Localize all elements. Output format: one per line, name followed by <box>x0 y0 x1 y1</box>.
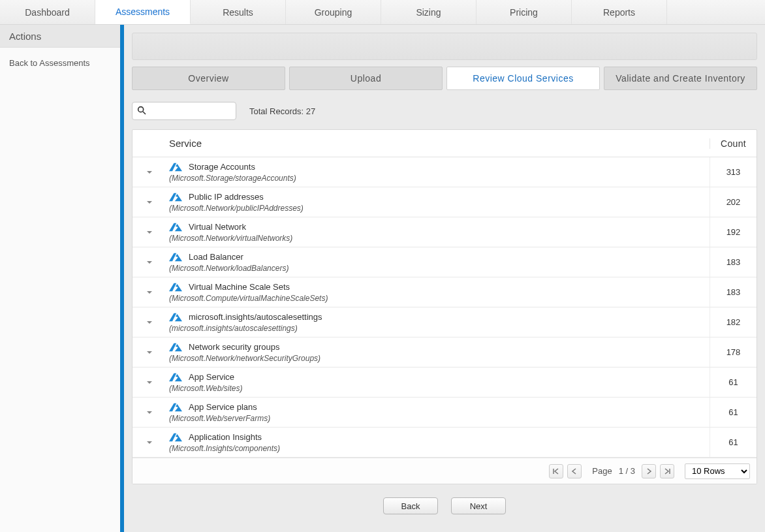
service-cell: microsoft.insights/autoscalesettings(mic… <box>166 307 710 337</box>
subtab-review-cloud-services[interactable]: Review Cloud Services <box>446 67 600 90</box>
service-cell: Storage Accounts(Microsoft.Storage/stora… <box>166 157 710 187</box>
table-row: Virtual Network(Microsoft.Network/virtua… <box>133 217 757 247</box>
tab-grouping[interactable]: Grouping <box>286 0 381 24</box>
column-header-service[interactable]: Service <box>166 138 710 149</box>
services-grid: Service Count Storage Accounts(Microsoft… <box>132 129 757 484</box>
rows-per-page-select[interactable]: 10 Rows <box>685 463 750 479</box>
tab-sizing[interactable]: Sizing <box>381 0 476 24</box>
search-icon <box>136 105 147 117</box>
service-cell: Virtual Network(Microsoft.Network/virtua… <box>166 217 710 247</box>
chevron-down-icon <box>146 351 153 354</box>
table-row: App Service plans(Microsoft.Web/serverFa… <box>133 398 757 428</box>
chevron-left-icon <box>571 468 578 475</box>
expand-toggle[interactable] <box>133 307 166 337</box>
tab-assessments[interactable]: Assessments <box>95 0 191 24</box>
service-name: Load Balancer <box>189 252 243 262</box>
expand-toggle[interactable] <box>133 247 166 277</box>
subtab-upload[interactable]: Upload <box>289 67 443 90</box>
count-cell: 183 <box>710 277 757 307</box>
grid-body: Storage Accounts(Microsoft.Storage/stora… <box>133 157 757 458</box>
count-cell: 313 <box>710 157 757 187</box>
table-row: Application Insights(Microsoft.Insights/… <box>133 428 757 458</box>
service-cell: App Service plans(Microsoft.Web/serverFa… <box>166 398 710 427</box>
back-to-assessments-link[interactable]: Back to Assessments <box>0 48 120 68</box>
page-label: Page <box>592 466 612 476</box>
page-indicator: 1 / 3 <box>619 466 635 476</box>
service-name: Storage Accounts <box>189 162 255 172</box>
azure-icon <box>169 312 182 322</box>
service-name: App Service <box>189 372 234 382</box>
subtab-validate-create-inventory[interactable]: Validate and Create Inventory <box>604 67 757 90</box>
pager-first-button[interactable] <box>549 464 563 478</box>
expand-toggle[interactable] <box>133 217 166 247</box>
grid-footer: Page 1 / 3 10 Rows <box>133 458 757 484</box>
azure-icon <box>169 372 182 383</box>
chevron-down-icon <box>146 381 153 384</box>
count-cell: 182 <box>710 307 757 337</box>
chevron-down-icon <box>146 411 153 415</box>
top-nav: Dashboard Assessments Results Grouping S… <box>0 0 765 25</box>
count-cell: 183 <box>710 247 757 277</box>
expand-toggle[interactable] <box>133 368 166 397</box>
service-cell: Network security groups(Microsoft.Networ… <box>166 337 710 367</box>
service-type: (Microsoft.Compute/virtualMachineScaleSe… <box>169 294 710 303</box>
back-button[interactable]: Back <box>383 497 438 514</box>
expand-toggle[interactable] <box>133 337 166 367</box>
tab-results[interactable]: Results <box>191 0 286 24</box>
table-row: Public IP addresses(Microsoft.Network/pu… <box>133 187 757 217</box>
service-name: Network security groups <box>189 342 279 352</box>
chevron-down-icon <box>146 260 153 264</box>
table-row: Virtual Machine Scale Sets(Microsoft.Com… <box>133 277 757 307</box>
subtab-overview[interactable]: Overview <box>132 67 285 90</box>
table-row: Load Balancer(Microsoft.Network/loadBala… <box>133 247 757 277</box>
pager-last-button[interactable] <box>660 464 674 478</box>
expand-toggle[interactable] <box>133 428 166 457</box>
service-cell: Application Insights(Microsoft.Insights/… <box>166 428 710 457</box>
table-row: Storage Accounts(Microsoft.Storage/stora… <box>133 157 757 187</box>
service-type: (Microsoft.Network/networkSecurityGroups… <box>169 354 710 363</box>
azure-icon <box>169 342 182 352</box>
column-header-count[interactable]: Count <box>710 138 757 149</box>
service-type: (Microsoft.Web/sites) <box>169 384 710 393</box>
search-input[interactable] <box>132 102 236 120</box>
count-cell: 178 <box>710 337 757 367</box>
pager-next-button[interactable] <box>642 464 656 478</box>
tab-pricing[interactable]: Pricing <box>476 0 572 24</box>
azure-icon <box>169 192 182 202</box>
expand-toggle[interactable] <box>133 398 166 427</box>
svg-line-1 <box>143 112 146 114</box>
service-type: (Microsoft.Storage/storageAccounts) <box>169 174 710 183</box>
service-name: Virtual Machine Scale Sets <box>189 282 290 292</box>
next-button[interactable]: Next <box>451 497 506 514</box>
wizard-nav: Back Next <box>132 497 757 514</box>
count-cell: 202 <box>710 187 757 217</box>
expand-toggle[interactable] <box>133 157 166 187</box>
service-cell: App Service(Microsoft.Web/sites) <box>166 368 710 397</box>
subtab-bar: Overview Upload Review Cloud Services Va… <box>132 67 757 90</box>
service-type: (Microsoft.Network/loadBalancers) <box>169 264 710 273</box>
service-cell: Load Balancer(Microsoft.Network/loadBala… <box>166 247 710 277</box>
chevron-down-icon <box>146 230 153 234</box>
tab-dashboard[interactable]: Dashboard <box>0 0 95 24</box>
banner-area <box>132 33 757 60</box>
azure-icon <box>169 432 182 443</box>
tab-reports[interactable]: Reports <box>572 0 667 24</box>
service-type: (Microsoft.Network/virtualNetworks) <box>169 234 710 243</box>
service-cell: Virtual Machine Scale Sets(Microsoft.Com… <box>166 277 710 307</box>
chevron-down-icon <box>146 170 153 174</box>
pager-prev-button[interactable] <box>567 464 582 478</box>
service-type: (Microsoft.Insights/components) <box>169 444 710 453</box>
service-name: Public IP addresses <box>189 192 264 202</box>
count-cell: 192 <box>710 217 757 247</box>
azure-icon <box>169 222 182 232</box>
last-page-icon <box>664 468 670 475</box>
table-row: Network security groups(Microsoft.Networ… <box>133 337 757 368</box>
service-type: (Microsoft.Web/serverFarms) <box>169 414 710 423</box>
main-content: Overview Upload Review Cloud Services Va… <box>124 25 765 532</box>
expand-toggle[interactable] <box>133 187 166 217</box>
expand-toggle[interactable] <box>133 277 166 307</box>
azure-icon <box>169 252 182 262</box>
chevron-down-icon <box>146 441 153 445</box>
pager: Page 1 / 3 <box>549 464 674 478</box>
service-cell: Public IP addresses(Microsoft.Network/pu… <box>166 187 710 217</box>
